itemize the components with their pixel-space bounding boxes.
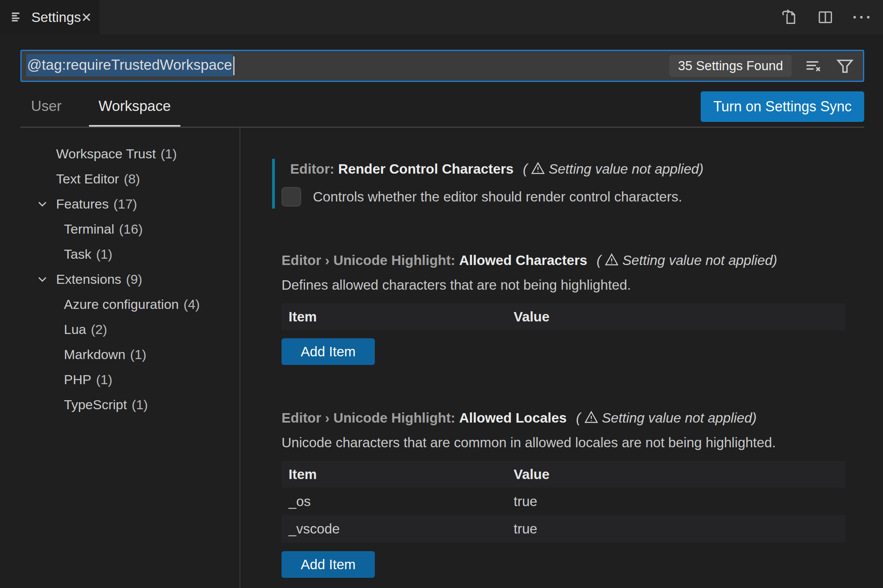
settings-toc: Workspace Trust (1) Text Editor (8) Feat… (0, 141, 239, 417)
table-row[interactable]: _vscode true (282, 515, 845, 543)
filter-icon[interactable] (836, 56, 854, 75)
scope-tab-user[interactable]: User (22, 98, 71, 125)
modified-setting-indicator (272, 159, 275, 209)
toc-item-task[interactable]: Task (1) (0, 241, 239, 267)
toc-item-markdown[interactable]: Markdown (1) (0, 342, 239, 367)
setting-control-row: Controls whether the editor should rende… (282, 187, 682, 207)
search-controls: 35 Settings Found (669, 55, 858, 77)
warning-icon (604, 252, 619, 267)
tab-title: Settings (31, 9, 81, 25)
setting-description: Unicode characters that are common in al… (282, 435, 776, 450)
toc-content-divider (240, 128, 240, 588)
close-icon[interactable]: ✕ (81, 10, 92, 25)
text-cursor (233, 56, 234, 75)
toc-item-extensions[interactable]: Extensions (9) (0, 267, 239, 292)
search-query-selection: @tag:requireTrustedWorkspace (26, 54, 233, 76)
tab-settings[interactable]: Settings ✕ (0, 0, 100, 34)
editor-actions: ··· (780, 0, 873, 34)
setting-description: Defines allowed characters that are not … (282, 277, 631, 293)
toc-item-lua[interactable]: Lua (2) (0, 317, 239, 342)
table-header-row: Item Value (282, 461, 845, 488)
settings-editor-icon (10, 11, 24, 24)
chevron-down-icon (36, 273, 49, 285)
setting-title-render-control-characters: Editor: Render Control Characters (Setti… (290, 161, 703, 177)
toc-item-azure-configuration[interactable]: Azure configuration (4) (0, 292, 239, 317)
clear-search-filters-icon[interactable] (804, 56, 823, 75)
split-editor-icon[interactable] (816, 8, 834, 26)
render-control-characters-checkbox[interactable] (282, 187, 301, 207)
setting-description: Controls whether the editor should rende… (313, 189, 682, 205)
add-item-button[interactable]: Add Item (282, 551, 375, 578)
allowed-characters-table: Item Value (282, 303, 845, 330)
toc-item-workspace-trust[interactable]: Workspace Trust (1) (0, 141, 239, 166)
toc-item-terminal[interactable]: Terminal (16) (0, 216, 239, 241)
warning-icon (584, 410, 599, 425)
add-item-button[interactable]: Add Item (282, 338, 375, 365)
setting-title-allowed-characters: Editor › Unicode Highlight: Allowed Char… (282, 252, 777, 268)
scope-tab-workspace[interactable]: Workspace (89, 98, 180, 125)
table-header-row: Item Value (282, 303, 845, 330)
settings-editor: Settings ✕ ··· @tag:requireTr (0, 0, 883, 588)
editor-tab-bar: Settings ✕ ··· (0, 0, 883, 34)
scope-tabs: User Workspace (22, 98, 198, 125)
settings-search-input[interactable]: @tag:requireTrustedWorkspace 35 Settings… (20, 50, 864, 82)
settings-list: Editor: Render Control Characters (Setti… (272, 128, 845, 588)
turn-on-settings-sync-button[interactable]: Turn on Settings Sync (701, 91, 864, 122)
toc-item-php[interactable]: PHP (1) (0, 367, 239, 392)
warning-icon (531, 161, 545, 176)
toc-item-typescript[interactable]: TypeScript (1) (0, 392, 239, 417)
chevron-down-icon (36, 198, 49, 210)
settings-count-badge: 35 Settings Found (669, 55, 792, 77)
more-actions-icon[interactable]: ··· (852, 9, 873, 26)
search-query-text: @tag:requireTrustedWorkspace (26, 56, 234, 75)
setting-title-allowed-locales: Editor › Unicode Highlight: Allowed Loca… (282, 410, 757, 426)
toc-item-text-editor[interactable]: Text Editor (8) (0, 166, 239, 191)
open-settings-json-icon[interactable] (780, 8, 798, 26)
toc-item-features[interactable]: Features (17) (0, 191, 239, 216)
table-row[interactable]: _os true (282, 488, 845, 515)
allowed-locales-table: Item Value _os true _vscode true (282, 461, 845, 543)
